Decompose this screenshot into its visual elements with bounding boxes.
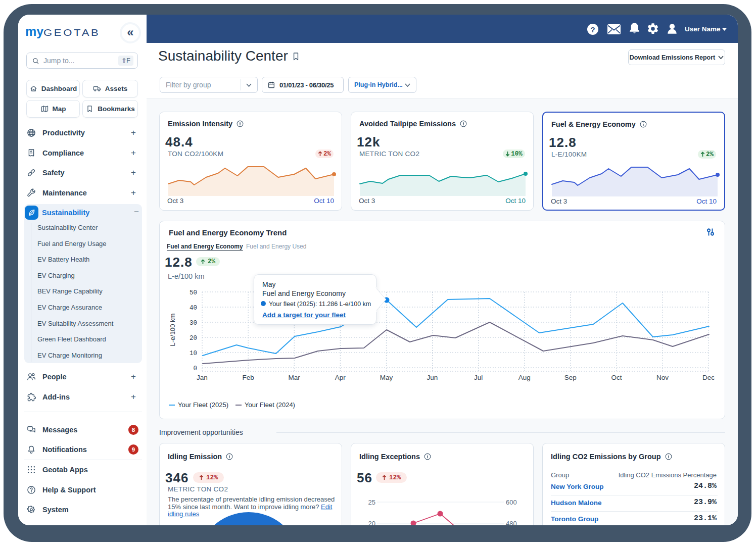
svg-text:Aug: Aug — [518, 374, 531, 381]
svg-text:Feb: Feb — [242, 374, 254, 381]
svg-text:L-e/100 km: L-e/100 km — [169, 313, 176, 346]
svg-text:30: 30 — [190, 320, 197, 327]
svg-text:Dec: Dec — [702, 374, 715, 381]
svg-text:May: May — [380, 374, 393, 381]
svg-text:20: 20 — [368, 520, 375, 525]
svg-text:Jan: Jan — [197, 374, 208, 381]
svg-text:50: 50 — [190, 289, 197, 296]
svg-text:20: 20 — [190, 335, 197, 342]
svg-text:Nov: Nov — [656, 374, 669, 381]
svg-text:480: 480 — [506, 520, 517, 525]
svg-text:Oct: Oct — [611, 374, 622, 381]
svg-text:40: 40 — [190, 305, 197, 312]
svg-text:Jun: Jun — [427, 374, 438, 381]
svg-text:Apr: Apr — [335, 374, 346, 381]
svg-text:10: 10 — [190, 350, 197, 357]
svg-text:600: 600 — [506, 499, 517, 506]
svg-text:Sep: Sep — [564, 374, 577, 381]
svg-text:Mar: Mar — [289, 374, 301, 381]
svg-text:Jul: Jul — [474, 374, 483, 381]
svg-text:0: 0 — [193, 365, 197, 372]
svg-text:25: 25 — [368, 499, 375, 506]
svg-text:?: ? — [590, 25, 595, 34]
